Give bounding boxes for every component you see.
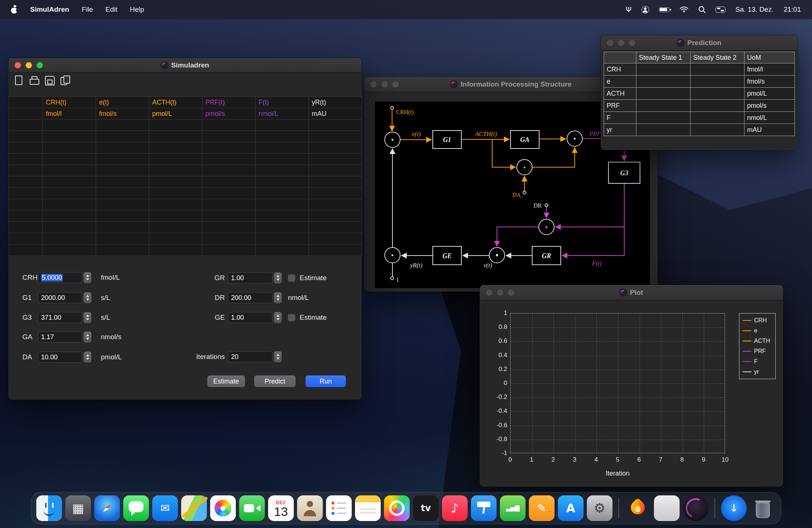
data-cell[interactable] — [149, 199, 202, 210]
zoom-button[interactable] — [508, 289, 514, 296]
data-cell[interactable] — [149, 120, 202, 131]
ge-estimate-checkbox[interactable] — [288, 314, 295, 321]
data-cell[interactable] — [256, 142, 309, 154]
data-cell[interactable] — [96, 120, 149, 131]
data-cell[interactable] — [43, 165, 96, 176]
data-cell[interactable] — [256, 120, 309, 131]
data-cell[interactable] — [43, 233, 96, 245]
menu-file[interactable]: File — [82, 6, 93, 14]
iterations-stepper[interactable] — [274, 351, 282, 362]
photos-dock-icon[interactable] — [210, 495, 236, 521]
data-cell[interactable] — [96, 131, 149, 142]
data-cell[interactable] — [202, 245, 256, 256]
messages-dock-icon[interactable] — [123, 495, 149, 521]
data-cell[interactable] — [256, 222, 309, 233]
clips-dock-icon[interactable] — [384, 495, 410, 521]
data-cell[interactable] — [96, 154, 149, 165]
data-cell[interactable] — [43, 245, 96, 256]
launchpad-dock-icon[interactable]: ▦ — [65, 495, 91, 521]
simuladren-titlebar[interactable]: Simuladren — [8, 58, 362, 73]
data-cell[interactable] — [43, 176, 96, 188]
simuladren-dock-icon[interactable] — [683, 495, 709, 521]
wifi-icon[interactable] — [680, 7, 688, 13]
notes-dock-icon[interactable] — [355, 495, 381, 521]
data-cell[interactable] — [309, 131, 362, 142]
facetime-dock-icon[interactable] — [239, 495, 265, 521]
data-cell[interactable] — [149, 165, 202, 176]
data-cell[interactable] — [43, 210, 96, 222]
data-cell[interactable] — [149, 188, 202, 199]
data-cell[interactable] — [256, 188, 309, 199]
ge-input[interactable]: 1.00 — [228, 312, 273, 323]
data-cell[interactable] — [256, 165, 309, 176]
data-cell[interactable] — [202, 222, 256, 233]
prediction-titlebar[interactable]: Prediction — [601, 35, 798, 51]
data-cell[interactable] — [43, 188, 96, 199]
data-cell[interactable] — [43, 131, 96, 142]
control-center-icon[interactable] — [716, 7, 725, 13]
data-cell[interactable] — [202, 199, 256, 210]
data-cell[interactable] — [309, 199, 362, 210]
data-cell[interactable] — [96, 222, 149, 233]
run-button[interactable]: Run — [306, 375, 346, 387]
close-button[interactable] — [607, 40, 613, 46]
minimize-button[interactable] — [497, 289, 503, 296]
data-cell[interactable] — [256, 210, 309, 222]
data-cell[interactable] — [96, 199, 149, 210]
data-cell[interactable] — [202, 176, 256, 188]
data-cell[interactable] — [309, 233, 362, 245]
data-cell[interactable] — [202, 165, 256, 176]
data-cell[interactable] — [43, 199, 96, 210]
calendar-dock-icon[interactable]: DEZ13 — [268, 495, 294, 521]
gr-input[interactable]: 1.00 — [228, 272, 273, 283]
predict-button[interactable]: Predict — [254, 375, 296, 387]
search-icon[interactable] — [698, 6, 706, 13]
data-cell[interactable] — [149, 222, 202, 233]
data-cell[interactable] — [43, 120, 96, 131]
menu-extra-icon[interactable]: Ψ — [626, 5, 632, 14]
reminders-dock-icon[interactable] — [326, 495, 352, 521]
data-cell[interactable] — [149, 245, 202, 256]
downloads-dock-icon[interactable]: ↓ — [721, 495, 747, 521]
user-account-icon[interactable] — [641, 6, 649, 14]
dr-input[interactable]: 200.00 — [228, 292, 273, 303]
estimate-button[interactable]: Estimate — [207, 375, 245, 387]
minimize-button[interactable] — [618, 40, 624, 46]
data-cell[interactable] — [149, 233, 202, 245]
data-cell[interactable] — [256, 199, 309, 210]
safari-dock-icon[interactable] — [94, 495, 120, 521]
zoom-button[interactable] — [629, 40, 635, 46]
data-cell[interactable] — [96, 233, 149, 245]
data-cell[interactable] — [309, 120, 362, 131]
minimize-button[interactable] — [381, 81, 388, 87]
data-cell[interactable] — [96, 245, 149, 256]
ga-input[interactable]: 1.17 — [38, 331, 82, 342]
flame-app-dock-icon[interactable] — [625, 495, 651, 521]
appletv-dock-icon[interactable]: tv — [413, 495, 439, 521]
apple-menu-icon[interactable] — [11, 6, 18, 14]
data-cell[interactable] — [202, 233, 256, 245]
menu-date[interactable]: Sa. 13. Dez. — [735, 6, 774, 14]
app-menu-name[interactable]: SimulAdren — [30, 6, 69, 14]
data-cell[interactable] — [149, 131, 202, 142]
data-cell[interactable] — [149, 176, 202, 188]
plot-titlebar[interactable]: Plot — [480, 285, 783, 300]
dr-stepper[interactable] — [274, 292, 282, 303]
minimize-button[interactable] — [26, 62, 32, 68]
gr-stepper[interactable] — [274, 272, 282, 283]
data-cell[interactable] — [309, 210, 362, 222]
close-button[interactable] — [486, 289, 492, 296]
contacts-dock-icon[interactable] — [297, 495, 323, 521]
finder-dock-icon[interactable] — [36, 495, 62, 521]
export-icon[interactable] — [60, 76, 69, 84]
settings-dock-icon[interactable]: ⚙ — [587, 495, 612, 521]
data-cell[interactable] — [202, 188, 256, 199]
menu-edit[interactable]: Edit — [105, 6, 117, 14]
save-icon[interactable] — [44, 76, 54, 84]
utility-app-dock-icon[interactable] — [654, 495, 680, 521]
data-cell[interactable] — [202, 120, 256, 131]
data-cell[interactable] — [96, 210, 149, 222]
new-document-icon[interactable] — [14, 76, 23, 84]
data-cell[interactable] — [96, 165, 149, 176]
data-cell[interactable] — [96, 176, 149, 188]
